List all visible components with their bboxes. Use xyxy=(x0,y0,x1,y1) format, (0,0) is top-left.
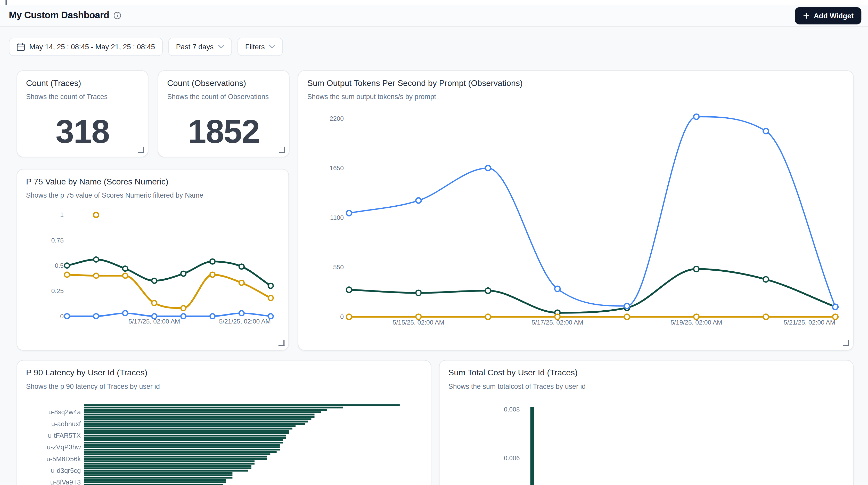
resize-handle[interactable] xyxy=(279,340,285,346)
widget-p90-latency: P 90 Latency by User Id (Traces) Shows t… xyxy=(17,360,431,485)
date-range-button[interactable]: May 14, 25 : 08:45 - May 21, 25 : 08:45 xyxy=(9,38,163,56)
svg-text:u-5M8D56k: u-5M8D56k xyxy=(46,455,81,462)
filters-label: Filters xyxy=(245,42,265,51)
date-range-label: May 14, 25 : 08:45 - May 21, 25 : 08:45 xyxy=(29,42,155,51)
p90-bar-chart[interactable]: u-8sq2w4au-aobnuxfu-tFAR5TXu-zVqP3hwu-5M… xyxy=(17,361,431,485)
cost-bar-chart[interactable]: 0.0080.006 xyxy=(439,361,854,485)
widget-subtitle: Shows the count of Traces xyxy=(26,93,139,101)
filter-toolbar: May 14, 25 : 08:45 - May 21, 25 : 08:45 … xyxy=(9,38,283,56)
svg-text:u-8fVa9T3: u-8fVa9T3 xyxy=(50,479,81,485)
svg-text:5/21/25, 02:00 AM: 5/21/25, 02:00 AM xyxy=(784,319,835,326)
add-widget-label: Add Widget xyxy=(814,11,854,20)
calendar-icon xyxy=(17,42,25,51)
svg-text:550: 550 xyxy=(333,264,344,271)
dashboard-page: My Custom Dashboard Add Widget M xyxy=(0,0,868,485)
resize-handle[interactable] xyxy=(843,340,849,346)
svg-text:0.008: 0.008 xyxy=(504,406,520,413)
svg-text:0.75: 0.75 xyxy=(51,237,64,244)
info-icon[interactable] xyxy=(114,11,121,19)
svg-text:u-d3qr5cg: u-d3qr5cg xyxy=(51,467,81,474)
svg-text:1650: 1650 xyxy=(330,164,344,172)
widget-title: Count (Observations) xyxy=(167,78,280,88)
svg-text:2200: 2200 xyxy=(330,115,344,122)
resize-handle[interactable] xyxy=(279,147,285,153)
count-value: 318 xyxy=(17,111,148,152)
widget-count-traces: Count (Traces) Shows the count of Traces… xyxy=(17,70,148,157)
widget-subtitle: Shows the count of Observations xyxy=(167,93,280,101)
widget-count-observations: Count (Observations) Shows the count of … xyxy=(158,70,289,157)
widget-title: Count (Traces) xyxy=(26,78,139,88)
svg-text:u-8sq2w4a: u-8sq2w4a xyxy=(48,408,81,416)
page-header: My Custom Dashboard Add Widget xyxy=(0,5,868,27)
p75-line-chart[interactable]: 00.250.50.7515/17/25, 02:00 AM5/21/25, 0… xyxy=(17,170,289,351)
chevron-down-icon xyxy=(218,45,224,49)
date-preset-label: Past 7 days xyxy=(176,42,214,51)
widget-p75-value: P 75 Value by Name (Scores Numeric) Show… xyxy=(17,169,289,351)
date-preset-dropdown[interactable]: Past 7 days xyxy=(168,38,232,56)
add-widget-button[interactable]: Add Widget xyxy=(795,7,861,24)
svg-text:1: 1 xyxy=(60,212,64,218)
svg-text:0: 0 xyxy=(340,313,344,320)
resize-handle[interactable] xyxy=(138,147,144,153)
svg-text:0.5: 0.5 xyxy=(55,262,64,269)
top-strip xyxy=(0,0,868,5)
chevron-down-icon xyxy=(269,45,275,49)
svg-text:0: 0 xyxy=(60,313,64,320)
count-value: 1852 xyxy=(158,111,289,152)
svg-text:u-zVqP3hw: u-zVqP3hw xyxy=(47,444,81,451)
pane-divider xyxy=(5,0,6,5)
svg-text:5/21/25, 02:00 AM: 5/21/25, 02:00 AM xyxy=(219,318,271,325)
widget-total-cost: Sum Total Cost by User Id (Traces) Shows… xyxy=(439,360,854,485)
svg-text:u-tFAR5TX: u-tFAR5TX xyxy=(48,432,81,439)
svg-text:1100: 1100 xyxy=(330,214,344,221)
widget-tokens-per-second: Sum Output Tokens Per Second by Prompt (… xyxy=(298,70,854,351)
svg-text:u-aobnuxf: u-aobnuxf xyxy=(51,420,81,427)
svg-text:0.006: 0.006 xyxy=(504,455,520,461)
tokens-line-chart[interactable]: 05501100165022005/15/25, 02:00 AM5/17/25… xyxy=(298,71,854,351)
filters-dropdown[interactable]: Filters xyxy=(238,38,283,56)
plus-icon xyxy=(803,12,810,19)
page-title: My Custom Dashboard xyxy=(9,10,109,21)
svg-text:0.25: 0.25 xyxy=(51,287,64,294)
